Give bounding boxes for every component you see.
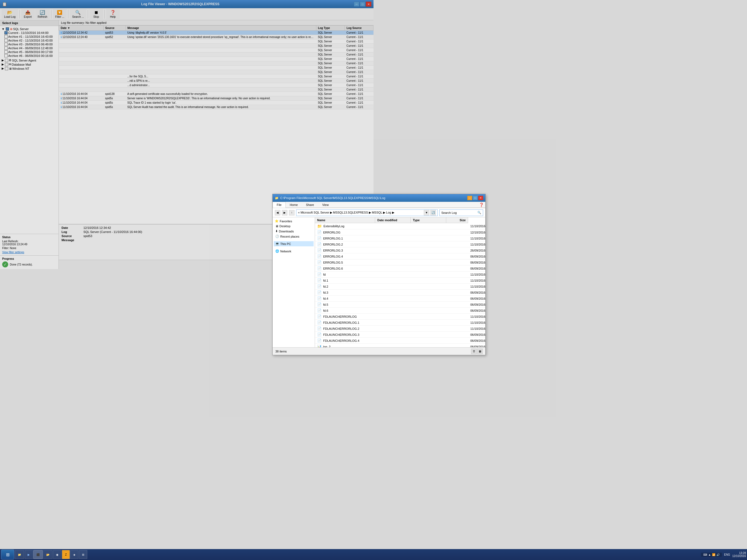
- file-row[interactable]: 📄ERRORLOG.3 26/09/2016 06:49 3 File 128 …: [315, 248, 374, 253]
- favorites-icon: ⭐: [275, 219, 279, 223]
- file-name: 📄fd: [315, 272, 374, 277]
- favorites-label: Favorites: [280, 220, 292, 223]
- file-row[interactable]: 📄ERRORLOG.1 11/10/2016 16:43 1 File 21 K…: [315, 235, 374, 241]
- desktop-label: Desktop: [279, 225, 290, 228]
- nav-panel: ⭐ Favorites 🖥 Desktop ⬇ Downloads 🕐 Rece…: [273, 218, 315, 280]
- network-nav-item[interactable]: 🌐 Network: [274, 249, 314, 254]
- this-pc-nav-item[interactable]: 💻 This PC: [274, 241, 314, 246]
- this-pc-icon: 💻: [275, 242, 279, 246]
- downloads-icon: ⬇: [275, 229, 278, 233]
- file-name: 📄ERRORLOG.3: [315, 248, 374, 253]
- file-name: 📁ExtensibilityLog: [315, 223, 374, 229]
- file-dialog-overlay: 📁 C:\Program Files\Microsoft SQL Server\…: [0, 0, 374, 280]
- tab-share[interactable]: Share: [302, 202, 318, 207]
- tab-file[interactable]: File: [273, 202, 286, 208]
- file-name: 📄ERRORLOG.6: [315, 265, 374, 271]
- file-name: 📄ERRORLOG: [315, 229, 374, 235]
- dialog-folder-icon: 📁: [275, 196, 279, 200]
- network-icon: 🌐: [275, 249, 279, 253]
- col-name[interactable]: Name: [315, 218, 374, 223]
- favorites-section: ⭐ Favorites 🖥 Desktop ⬇ Downloads 🕐 Rece…: [274, 219, 314, 239]
- file-row[interactable]: 📄ERRORLOG.6 06/09/2016 00:16 6 File 61 K…: [315, 265, 374, 272]
- file-browser: ⭐ Favorites 🖥 Desktop ⬇ Downloads 🕐 Rece…: [273, 218, 374, 280]
- recent-places-label: Recent places: [280, 235, 300, 238]
- file-row[interactable]: 📄ERRORLOG 12/10/2016 12:34 File 20 KB: [315, 229, 374, 235]
- file-dialog: 📁 C:\Program Files\Microsoft SQL Server\…: [272, 194, 374, 280]
- file-name: 📄ERRORLOG.2: [315, 241, 374, 247]
- file-name: 📄ERRORLOG.5: [315, 259, 374, 265]
- file-row[interactable]: 📄ERRORLOG.5 06/09/2016 00:17 5 File 61 K…: [315, 259, 374, 265]
- tab-home[interactable]: Home: [286, 202, 302, 207]
- file-name: 📄fd.1: [315, 278, 374, 280]
- network-section: 🌐 Network: [274, 249, 314, 254]
- file-name: 📄ERRORLOG.4: [315, 253, 374, 259]
- forward-button[interactable]: ▶: [282, 210, 287, 215]
- tab-view[interactable]: View: [318, 202, 333, 207]
- dialog-title: C:\Program Files\Microsoft SQL Server\MS…: [280, 196, 374, 200]
- downloads-nav-item[interactable]: ⬇ Downloads: [274, 229, 314, 234]
- this-pc-section: 💻 This PC: [274, 241, 314, 246]
- dialog-title-bar: 📁 C:\Program Files\Microsoft SQL Server\…: [273, 194, 374, 202]
- recent-places-nav-item[interactable]: 🕐 Recent places: [274, 234, 314, 239]
- up-button[interactable]: ↑: [289, 210, 294, 215]
- file-list-container: Name Date modified Type Size 📁Extensibil…: [315, 218, 374, 280]
- ribbon: File Home Share View ❓: [273, 202, 374, 208]
- desktop-nav-item[interactable]: 🖥 Desktop: [274, 224, 314, 229]
- file-row[interactable]: 📄ERRORLOG.4 06/09/2016 12:48 4 File 24 K…: [315, 253, 374, 259]
- back-button[interactable]: ◀: [275, 210, 280, 215]
- downloads-label: Downloads: [279, 230, 294, 233]
- ribbon-tabs: File Home Share View ❓: [273, 202, 374, 208]
- file-row[interactable]: 📄fd 11/10/2016 16:44 File 2 KB: [315, 272, 374, 278]
- file-row[interactable]: 📄fd.1 11/10/2016 16:43 1 File 3 KB: [315, 278, 374, 280]
- favorites-header[interactable]: ⭐ Favorites: [274, 219, 314, 224]
- recent-icon: 🕐: [275, 235, 279, 238]
- file-row[interactable]: 📄ERRORLOG.2 11/10/2016 16:43 2 File 22 K…: [315, 241, 374, 248]
- address-bar: ◀ ▶ ↑ « Microsoft SQL Server ▶ MSSQL13.S…: [273, 208, 374, 218]
- breadcrumb-text: « Microsoft SQL Server ▶ MSSQL13.SQLEXPR…: [298, 211, 374, 214]
- desktop-icon: 🖥: [275, 225, 278, 228]
- address-breadcrumb[interactable]: « Microsoft SQL Server ▶ MSSQL13.SQLEXPR…: [296, 209, 374, 216]
- file-name: 📄ERRORLOG.1: [315, 235, 374, 241]
- this-pc-label: This PC: [280, 242, 291, 246]
- file-row[interactable]: 📁ExtensibilityLog 11/10/2016 16:44 File …: [315, 223, 374, 229]
- file-list-table: Name Date modified Type Size 📁Extensibil…: [315, 218, 374, 280]
- network-label: Network: [280, 250, 291, 253]
